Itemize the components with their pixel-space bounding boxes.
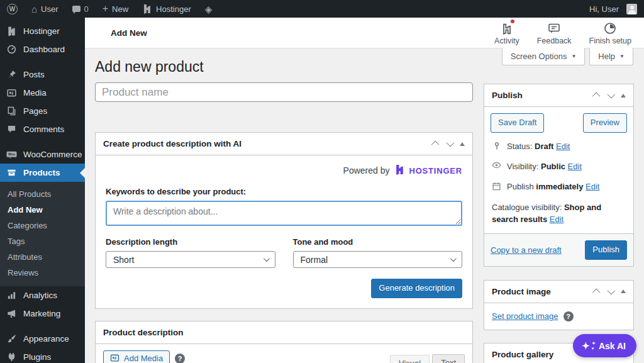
site-link[interactable]: ⌂ User [25,0,65,18]
sidebar-item-label: Dashboard [23,45,65,54]
submenu-all-products[interactable]: All Products [0,186,85,202]
add-media-button[interactable]: Add Media [103,350,170,363]
length-label: Description length [106,237,275,247]
avatar [626,4,637,14]
preview-button[interactable]: Preview [583,113,627,133]
sidebar-item-analytics[interactable]: Analytics [0,286,85,304]
move-up-icon[interactable] [431,141,440,149]
product-image-panel: Product image Set product image ? [484,280,634,330]
tone-select[interactable]: Formal [293,251,463,268]
account-menu[interactable]: Hi, User [582,0,644,18]
edit-schedule-link[interactable]: Edit [586,182,599,191]
schedule-label: Publish [507,182,534,191]
finish-setup-label: Finish setup [589,36,631,45]
submenu-reviews[interactable]: Reviews [0,265,85,281]
ai-description-panel: Create product description with AI Power… [95,132,473,309]
submenu-attributes[interactable]: Attributes [0,249,85,265]
pin-icon [6,70,17,79]
visibility-label: Visibility: [507,162,538,171]
sidebar-item-label: Appearance [23,334,69,343]
move-up-icon[interactable] [592,288,601,296]
help-icon[interactable]: ? [175,354,185,363]
tab-text[interactable]: Text [432,354,465,363]
length-select[interactable]: Short [106,251,275,268]
edit-status-link[interactable]: Edit [556,142,570,151]
pages-icon [6,106,17,116]
products-icon [6,168,17,177]
tone-label: Tone and mood [293,237,463,247]
ask-ai-label: Ask AI [599,341,626,351]
sidebar-item-posts[interactable]: Posts [0,65,85,84]
progress-pie-icon [604,21,616,35]
sidebar-item-label: Pages [23,106,47,116]
ask-ai-button[interactable]: ✦✦✦ Ask AI [573,334,636,357]
keywords-textarea[interactable] [106,201,462,226]
move-up-icon[interactable] [592,92,601,101]
product-description-panel: Product description Add Media ? Visual T… [95,321,473,363]
feedback-button[interactable]: Feedback [537,21,572,45]
set-product-image-link[interactable]: Set product image [492,311,558,321]
new-content-menu[interactable]: + New [96,0,135,18]
deals-menu[interactable]: ◈ [198,0,219,18]
tab-visual[interactable]: Visual [390,355,430,363]
screen-options-button[interactable]: Screen Options ▼ [502,48,586,65]
catalogue-label: Catalogue visibility: [492,203,562,212]
finish-setup-button[interactable]: Finish setup [589,21,631,45]
sidebar-item-comments[interactable]: Comments [0,120,85,138]
product-name-input[interactable] [95,82,473,102]
help-label: Help [598,52,615,61]
sparkles-icon: ✦✦✦ [582,340,593,352]
generate-description-button[interactable]: Generate description [371,279,462,298]
page-body: Add new product Create product descripti… [85,48,644,363]
screen-meta-tabs: Screen Options ▼ Help ▼ [502,48,633,65]
sidebar-item-label: Products [23,168,60,177]
length-value: Short [113,255,134,265]
hostinger-logo-icon [142,4,152,14]
sidebar-item-label: Posts [23,70,45,79]
collapse-toggle-icon[interactable] [621,94,626,98]
wordpress-menu[interactable]: W [0,0,25,18]
save-draft-button[interactable]: Save Draft [491,113,544,133]
copy-to-draft-link[interactable]: Copy to a new draft [491,245,562,255]
sidebar-item-appearance[interactable]: Appearance [0,330,85,348]
media-icon [6,88,17,98]
sidebar-item-woocommerce[interactable]: Woo WooCommerce [0,145,85,164]
screen-options-label: Screen Options [511,52,567,61]
hostinger-adminbar-menu[interactable]: Hostinger [135,0,198,18]
submenu-tags[interactable]: Tags [0,233,85,249]
plugin-header-bar: Add New Activity Feedback Finish setup [85,18,644,48]
sidebar-item-label: Plugins [23,352,51,362]
sidebar-item-hostinger[interactable]: Hostinger [0,22,85,40]
product-image-title: Product image [492,287,551,296]
move-down-icon[interactable] [608,287,616,295]
status-value: Draft [535,142,553,151]
brush-icon [6,334,17,343]
sidebar-item-dashboard[interactable]: Dashboard [0,40,85,59]
collapse-toggle-icon[interactable] [621,289,626,293]
move-down-icon[interactable] [447,139,455,147]
sidebar-item-label: Marketing [23,309,60,318]
edit-catalogue-link[interactable]: Edit [550,215,564,224]
sidebar-item-plugins[interactable]: Plugins [0,348,85,363]
comments-indicator[interactable]: 0 [65,0,96,18]
feedback-label: Feedback [537,36,572,45]
sidebar-item-pages[interactable]: Pages [0,102,85,120]
sidebar-item-products[interactable]: Products [0,164,85,182]
help-icon[interactable]: ? [564,311,574,321]
publish-panel-title: Publish [492,91,523,100]
move-down-icon[interactable] [608,91,616,99]
product-gallery-title: Product gallery [492,350,553,359]
collapse-toggle-icon[interactable] [460,142,465,146]
sidebar-item-media[interactable]: Media [0,84,85,102]
sidebar-item-label: Comments [23,125,64,134]
help-button[interactable]: Help ▼ [589,48,633,65]
activity-button[interactable]: Activity [494,21,519,45]
submenu-add-new[interactable]: Add New [0,202,85,218]
publish-button[interactable]: Publish [585,240,627,260]
wordpress-logo-icon: W [7,4,18,14]
site-name: User [41,4,58,14]
submenu-categories[interactable]: Categories [0,218,85,233]
visibility-row: Visibility: Public Edit [491,161,627,173]
edit-visibility-link[interactable]: Edit [568,162,582,171]
sidebar-item-marketing[interactable]: Marketing [0,304,85,323]
